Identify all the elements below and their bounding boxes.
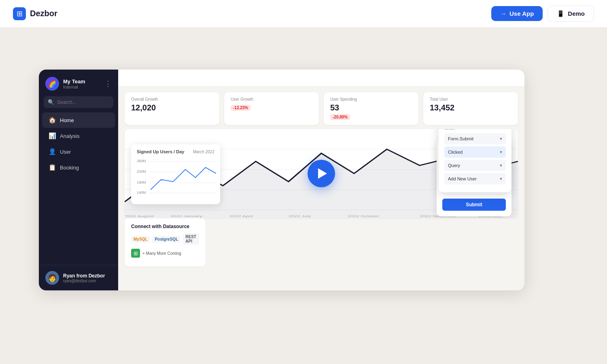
user-email: ryan@dezbor.com bbox=[63, 279, 105, 283]
use-app-button[interactable]: → Use App bbox=[491, 6, 543, 21]
team-avatar: 🌈 bbox=[45, 77, 59, 91]
sidebar-item-home[interactable]: 🏠 Home bbox=[42, 112, 115, 128]
sidebar-header: 🌈 My Team Internal ⋮ bbox=[39, 70, 118, 96]
stat-card-user-growth: User Growth -12.23% bbox=[224, 92, 319, 125]
sidebar-item-label-analysis: Analysis bbox=[60, 133, 79, 139]
user-icon: 👤 bbox=[49, 148, 56, 155]
logo-icon bbox=[13, 7, 26, 20]
stat-card-overall-growth: Overall Growth 12,020 bbox=[125, 92, 219, 125]
user-name: Ryan from Dezbor bbox=[63, 273, 105, 279]
svg-text:2022 January: 2022 January bbox=[170, 214, 202, 218]
sidebar-item-analysis[interactable]: 📊 Analysis bbox=[42, 128, 115, 144]
ds-logos: MySQL PostgreSQL REST API bbox=[131, 233, 199, 245]
main-topbar bbox=[118, 70, 524, 87]
signed-up-card: Signed Up Users / Day March 2022 260M 22… bbox=[131, 144, 220, 204]
sheets-icon: ⊞ bbox=[131, 249, 140, 258]
team-sub: Internal bbox=[63, 85, 85, 89]
home-icon: 🏠 bbox=[49, 116, 56, 124]
more-label: + Many More Coming bbox=[142, 251, 181, 256]
svg-text:140M: 140M bbox=[137, 190, 146, 195]
submit-action-popup: Submit Form Action When Form.Submit ▾ Cl… bbox=[439, 129, 511, 192]
svg-text:190M: 190M bbox=[137, 180, 146, 184]
chevron-down-icon-2: ▾ bbox=[500, 149, 502, 155]
sidebar-item-user[interactable]: 👤 User bbox=[42, 144, 115, 159]
logo: Dezbor bbox=[13, 7, 57, 20]
svg-text:2022 October: 2022 October bbox=[348, 214, 380, 218]
rest-logo: REST API bbox=[183, 233, 199, 245]
demo-label: Demo bbox=[568, 10, 585, 17]
demo-button[interactable]: 📱 Demo bbox=[548, 6, 594, 22]
stats-row: Overall Growth 12,020 User Growth -12.23… bbox=[118, 87, 524, 129]
popup-item-form-submit[interactable]: Form.Submit ▾ bbox=[444, 133, 506, 144]
signed-card-header: Signed Up Users / Day March 2022 bbox=[137, 149, 214, 154]
stat-badge-spending: -20.80% bbox=[330, 114, 350, 120]
stat-value-total: 13,452 bbox=[430, 103, 511, 112]
search-input[interactable] bbox=[57, 99, 109, 105]
sidebar: 🌈 My Team Internal ⋮ 🔍 🏠 Home 📊 Analysis bbox=[39, 70, 118, 290]
stat-value-overall: 12,020 bbox=[131, 103, 213, 112]
sidebar-item-label-home: Home bbox=[60, 117, 74, 123]
user-info: Ryan from Dezbor ryan@dezbor.com bbox=[63, 273, 105, 283]
logo-text: Dezbor bbox=[30, 9, 57, 18]
popup-item-add-new-user[interactable]: Add New User ▾ bbox=[444, 173, 506, 184]
stat-card-user-spending: User Spending 53 -20.80% bbox=[324, 92, 418, 125]
svg-text:2022 July: 2022 July bbox=[289, 214, 311, 218]
sidebar-item-booking[interactable]: 📋 Booking bbox=[42, 160, 115, 175]
ds-title: Connect with Datasource bbox=[131, 224, 199, 229]
use-app-label: Use App bbox=[509, 10, 534, 17]
svg-text:260M: 260M bbox=[137, 159, 146, 163]
stat-badge-user-growth: -12.23% bbox=[231, 105, 250, 111]
play-circle[interactable] bbox=[308, 160, 335, 187]
team-info: My Team Internal bbox=[63, 78, 85, 89]
mysql-logo: MySQL bbox=[131, 236, 150, 243]
pg-logo: PostgreSQL bbox=[152, 236, 180, 243]
popup-when: When bbox=[444, 129, 506, 131]
sidebar-search[interactable]: 🔍 bbox=[44, 96, 113, 108]
play-triangle bbox=[318, 168, 327, 179]
submit-button[interactable]: Submit bbox=[442, 199, 506, 211]
stat-card-total-user: Total User 13,452 bbox=[423, 92, 518, 125]
stat-value-spending: 53 bbox=[330, 103, 412, 112]
main-content: Overall Growth 12,020 User Growth -12.23… bbox=[118, 70, 524, 290]
booking-icon: 📋 bbox=[49, 164, 56, 171]
team-menu-icon[interactable]: ⋮ bbox=[104, 79, 112, 88]
user-avatar: 🧑 bbox=[45, 271, 59, 285]
ds-sheets: ⊞ + Many More Coming bbox=[131, 249, 199, 258]
svg-text:220M: 220M bbox=[137, 169, 146, 174]
play-button-overlay[interactable] bbox=[308, 160, 335, 187]
team-name: My Team bbox=[63, 78, 85, 85]
svg-text:2022 April: 2022 April bbox=[229, 214, 253, 218]
popup-item-clicked[interactable]: Clicked ▾ bbox=[444, 146, 506, 158]
stat-label-overall: Overall Growth bbox=[131, 97, 213, 102]
datasource-card: Connect with Datasource MySQL PostgreSQL… bbox=[125, 218, 206, 267]
stat-label-spending: User Spending bbox=[330, 97, 412, 102]
app-preview: 🌈 My Team Internal ⋮ 🔍 🏠 Home 📊 Analysis bbox=[39, 70, 524, 290]
login-icon: → bbox=[500, 10, 506, 17]
stat-label-total: Total User bbox=[430, 97, 511, 102]
sidebar-team: 🌈 My Team Internal bbox=[45, 77, 85, 91]
sidebar-item-label-booking: Booking bbox=[60, 165, 79, 171]
chevron-down-icon-4: ▾ bbox=[500, 176, 502, 182]
bottom-row: Connect with Datasource MySQL PostgreSQL… bbox=[118, 218, 524, 271]
stat-label-user-growth: User Growth bbox=[231, 97, 312, 102]
main-chart-card: 2021 August 2022 January 2022 April 2022… bbox=[125, 129, 518, 218]
sidebar-user: 🧑 Ryan from Dezbor ryan@dezbor.com bbox=[39, 265, 118, 290]
popup-item-query[interactable]: Query ▾ bbox=[444, 160, 506, 171]
sidebar-nav: 🏠 Home 📊 Analysis 👤 User 📋 Booking bbox=[39, 112, 118, 176]
sidebar-item-label-user: User bbox=[60, 149, 71, 155]
analysis-icon: 📊 bbox=[49, 132, 56, 140]
svg-text:2021 August: 2021 August bbox=[125, 214, 154, 218]
chevron-down-icon: ▾ bbox=[500, 136, 502, 142]
search-icon: 🔍 bbox=[48, 99, 54, 105]
chevron-down-icon-3: ▾ bbox=[500, 163, 502, 168]
topnav: Dezbor → Use App 📱 Demo bbox=[0, 0, 607, 28]
signed-chart-svg: 260M 220M 190M 140M bbox=[137, 157, 216, 198]
phone-icon: 📱 bbox=[557, 10, 565, 17]
signed-card-date: March 2022 bbox=[193, 150, 214, 154]
signed-card-title: Signed Up Users / Day bbox=[137, 149, 184, 154]
